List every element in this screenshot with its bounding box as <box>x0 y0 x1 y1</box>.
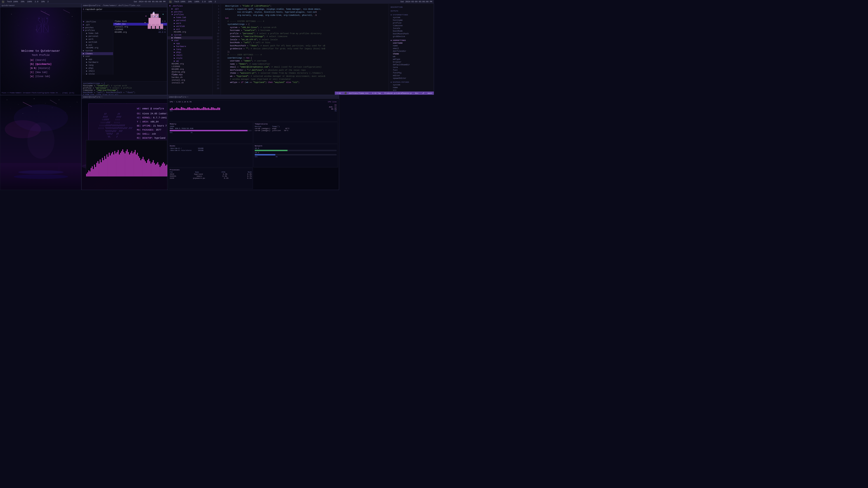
panel-item-fontpkg[interactable]: fontPkg <box>389 72 434 74</box>
tree-readme2[interactable]: README.org <box>167 68 213 71</box>
tree-wsl[interactable]: ▶ wsl <box>82 43 113 46</box>
tree-flake-nix[interactable]: flake.nix <box>167 73 213 76</box>
tree-pkgs[interactable]: ▶ pkgs <box>82 67 113 70</box>
tree-harden-sh[interactable]: harden.sh <box>167 76 213 79</box>
cpu-min: 0% 0% <box>329 108 337 110</box>
qute-nav-newtab[interactable]: [t] [New tab] <box>30 70 52 74</box>
panel-item-nixpkgs-sys[interactable]: system <box>389 84 434 86</box>
panel-item-spawn-editor[interactable]: spawnEditor <box>389 77 434 80</box>
folder-icon: ▶ app <box>86 58 92 61</box>
cpu-avg-label: AVG: 11 <box>329 106 337 108</box>
tree-patches[interactable]: ▶ patches <box>82 26 113 29</box>
tree-patches[interactable]: ▶ patches <box>167 10 213 13</box>
qute-nav-closetab[interactable]: [x] [Close tab] <box>30 74 52 78</box>
panel-item-nixpkgs-name[interactable]: name <box>389 86 434 89</box>
preview-line: systemSettings = { <box>83 83 166 85</box>
tree-user[interactable]: ▼ user <box>167 39 213 42</box>
battery-status: Tech 100% <box>7 1 18 3</box>
tree-profiles[interactable]: ▼ profiles <box>82 29 113 32</box>
qute-nav-history[interactable]: [S h] [History] <box>30 66 52 70</box>
q4-title: emmet@snowfire:~ <box>83 96 102 98</box>
folder-icon: ▶ pkgs <box>86 67 93 69</box>
proc-pid-2: 550631 <box>170 175 176 177</box>
tree-shell[interactable]: ▶ shell <box>82 70 113 72</box>
tree-user-wm[interactable]: ▶ wm <box>167 60 213 63</box>
svg-point-34 <box>10 109 11 109</box>
panel-item-email[interactable]: email <box>389 47 434 50</box>
tree-user-shell[interactable]: ▶ shell <box>167 54 213 57</box>
tree-profiles[interactable]: ▼ profiles <box>167 13 213 16</box>
qute-nav-quickmarks[interactable]: [b] [Quickmarks] <box>30 62 52 66</box>
panel-item-bootmode[interactable]: bootMode <box>389 30 434 33</box>
tree-readme-org[interactable]: README.org <box>167 31 213 33</box>
tree-homelab[interactable]: ▶ home.lab <box>82 32 113 35</box>
proc-name-1: Hyprland <box>194 173 203 175</box>
panel-item-dotfilesdir[interactable]: dotfilesDir <box>389 50 434 53</box>
panel-item-locale[interactable]: locale <box>389 27 434 30</box>
panel-item-hostname[interactable]: hostname <box>389 19 434 22</box>
code-line-15: bootMountPath = "/boot"; # mount path fo… <box>223 44 387 48</box>
proc-mem-3: 0.1% <box>247 177 252 179</box>
panel-item-system[interactable]: system <box>389 16 434 19</box>
tree-user[interactable]: ▼ user <box>82 55 113 58</box>
tree-system[interactable]: ▶ system <box>82 49 113 52</box>
panel-item-theme[interactable]: theme <box>389 53 434 55</box>
panel-item-username[interactable]: username <box>389 42 434 44</box>
panel-item-name[interactable]: name <box>389 44 434 47</box>
svg-rect-70 <box>92 166 93 176</box>
tree-themes[interactable]: ▶ themes <box>82 52 113 55</box>
panel-item-editor[interactable]: editor <box>389 74 434 77</box>
tree-user-lang[interactable]: ▶ lang <box>167 48 213 51</box>
tree-readme-profiles[interactable]: README.org <box>82 46 113 49</box>
tree-themes[interactable]: ▶ themes <box>167 36 213 39</box>
tree-wsl[interactable]: ▶ wsl <box>167 28 213 31</box>
panel-item-term[interactable]: term <box>389 66 434 69</box>
tree-style[interactable]: ▶ style <box>82 72 113 74</box>
svg-rect-83 <box>106 155 107 177</box>
tree-dotfiles-root[interactable]: ▼ .dotfiles <box>167 5 213 7</box>
tree-worklab[interactable]: ▶ worklab <box>167 25 213 28</box>
memory-title: Memory <box>170 123 252 125</box>
tree-app[interactable]: ▶ app <box>82 58 113 61</box>
datetime-display: Sat 2024-03-09 05:06:00 PM <box>134 1 165 3</box>
tree-user-app[interactable]: ▶ app <box>167 42 213 45</box>
memory-bar-fill <box>170 130 248 131</box>
tree-work[interactable]: ▶ work <box>82 38 113 41</box>
tree-readme-root[interactable]: README.org <box>167 63 213 65</box>
panel-item-wm[interactable]: wm <box>389 55 434 58</box>
tree-install-sh[interactable]: install.sh <box>167 82 213 84</box>
tree-personal[interactable]: ▶ personal <box>82 35 113 38</box>
panel-item-timezone[interactable]: timezone <box>389 24 434 27</box>
tree-user-pkgs[interactable]: ▶ pkgs <box>167 51 213 54</box>
tree-user-style[interactable]: ▶ style <box>167 57 213 60</box>
tree-work[interactable]: ▶ work <box>167 22 213 25</box>
tree-git[interactable]: ▶ .git <box>82 23 113 26</box>
tree-git[interactable]: ▶ .git <box>167 7 213 10</box>
qute-nav-search[interactable]: [o] [Search] <box>30 58 52 62</box>
tree-root[interactable]: ▼ .dotfiles <box>82 21 113 23</box>
folder-icon: ▶ shell <box>86 70 95 72</box>
tree-hardware[interactable]: ▶ hardware <box>82 61 113 64</box>
panel-item-profile[interactable]: profile <box>389 22 434 24</box>
tree-system[interactable]: ▶ system <box>167 33 213 36</box>
code-line-25: theme = "wunicorn-yt"; # selected theme … <box>223 72 387 75</box>
panel-item-grub[interactable]: grubDevice <box>389 35 434 38</box>
preview-line: 4.03M sum, 133k free 0/13 All <box>83 94 166 95</box>
svg-rect-50 <box>59 168 60 171</box>
panel-item-font[interactable]: font <box>389 69 434 72</box>
cpu-time-start: 60s <box>170 110 173 112</box>
panel-item-bootmount[interactable]: bootMountPath <box>389 33 434 35</box>
tree-personal[interactable]: ▶ personal <box>167 19 213 22</box>
tree-lang[interactable]: ▶ lang <box>82 64 113 67</box>
tree-user-hardware[interactable]: ▶ hardware <box>167 45 213 48</box>
panel-item-browser[interactable]: browser <box>389 61 434 64</box>
tree-license[interactable]: LICENSE <box>167 65 213 68</box>
tree-home-lab[interactable]: ▶ home.lab <box>167 16 213 19</box>
tree-worklab[interactable]: ▶ worklab <box>82 41 113 43</box>
panel-item-wmtype[interactable]: wmType <box>389 58 434 61</box>
directory-tree: ▼ .dotfiles ▶ .git ▶ patches ▼ profiles … <box>82 20 113 74</box>
panel-item-roam[interactable]: defaultRoamDir <box>389 64 434 66</box>
tree-install-org[interactable]: install.org <box>167 79 213 82</box>
svg-point-38 <box>66 112 66 112</box>
tree-desktop-png[interactable]: desktop.png <box>167 71 213 73</box>
